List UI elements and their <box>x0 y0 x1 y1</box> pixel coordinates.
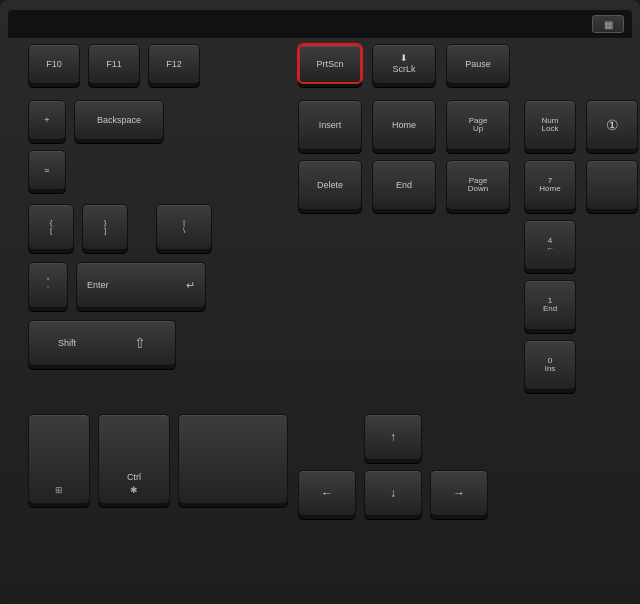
shift-left-key[interactable]: Shift ⇧ <box>28 320 176 366</box>
equals-key[interactable]: = <box>28 150 66 190</box>
delete-key[interactable]: Delete <box>298 160 362 210</box>
keyboard: ▦ F10 F11 F12 PrtScn ⬇ ScrLk Pause <box>0 0 640 604</box>
enter-key[interactable]: Enter ↵ <box>76 262 206 308</box>
page-up-key[interactable]: Page Up <box>446 100 510 150</box>
calculator-icon: ▦ <box>604 19 613 30</box>
pause-key[interactable]: Pause <box>446 44 510 84</box>
enter-arrow-icon: ↵ <box>186 279 195 292</box>
plus-key[interactable]: + <box>28 100 66 140</box>
spacebar[interactable] <box>178 414 288 504</box>
quote-key[interactable]: " ' <box>28 262 68 308</box>
prtscn-key[interactable]: PrtScn <box>298 44 362 84</box>
f12-key[interactable]: F12 <box>148 44 200 84</box>
num7-key[interactable]: 7 Home <box>524 160 576 210</box>
bracket-open-key[interactable]: { [ <box>28 204 74 250</box>
f11-key[interactable]: F11 <box>88 44 140 84</box>
numpad-extra-key[interactable] <box>586 160 638 210</box>
numlock-key[interactable]: Num Lock <box>524 100 576 150</box>
right-arrow-key[interactable]: → <box>430 470 488 516</box>
up-arrow-key[interactable]: ↑ <box>364 414 422 460</box>
page-down-key[interactable]: Page Down <box>446 160 510 210</box>
insert-key[interactable]: Insert <box>298 100 362 150</box>
windows-icon: ⊞ <box>55 485 63 495</box>
shift-arrow-icon: ⇧ <box>134 335 146 351</box>
keyboard-area: F10 F11 F12 PrtScn ⬇ ScrLk Pause + <box>8 44 632 604</box>
end-key[interactable]: End <box>372 160 436 210</box>
home-key[interactable]: Home <box>372 100 436 150</box>
scrlk-key[interactable]: ⬇ ScrLk <box>372 44 436 84</box>
windows-key[interactable]: ⊞ <box>28 414 90 504</box>
keyboard-top-bar: ▦ <box>8 10 632 38</box>
scrlk-icon: ⬇ <box>400 53 408 63</box>
down-arrow-key[interactable]: ↓ <box>364 470 422 516</box>
num0-key[interactable]: 0 Ins <box>524 340 576 390</box>
bracket-close-key[interactable]: } ] <box>82 204 128 250</box>
backspace-key[interactable]: Backspace <box>74 100 164 140</box>
num4-key[interactable]: 4 ← <box>524 220 576 270</box>
backslash-key[interactable]: | \ <box>156 204 212 250</box>
f10-key[interactable]: F10 <box>28 44 80 84</box>
calculator-button[interactable]: ▦ <box>592 15 624 33</box>
num1-key[interactable]: 1 End <box>524 280 576 330</box>
ctrl-left-key[interactable]: Ctrl ✱ <box>98 414 170 504</box>
ctrl-symbol: ✱ <box>130 485 138 495</box>
left-arrow-key[interactable]: ← <box>298 470 356 516</box>
num-circle1-key[interactable]: ① <box>586 100 638 150</box>
